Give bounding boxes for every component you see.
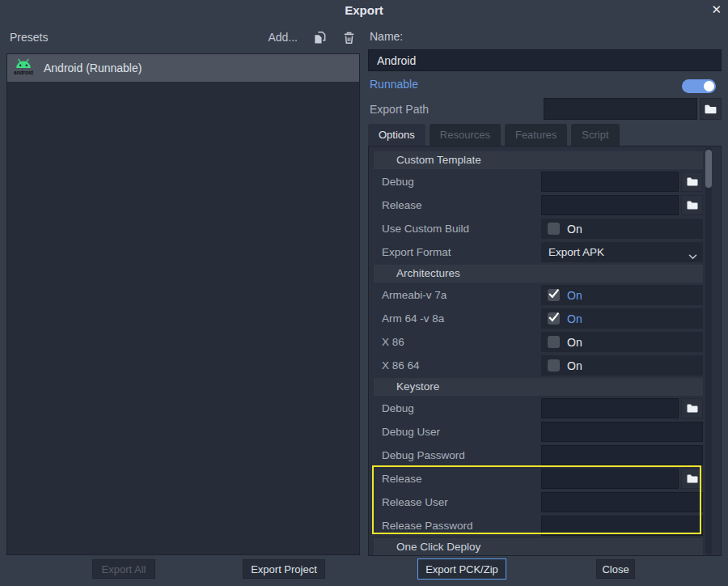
text-input[interactable] — [541, 445, 703, 465]
preset-item-label: Android (Runnable) — [44, 62, 142, 74]
option-row: Export FormatExport APK — [374, 240, 703, 264]
section-header[interactable]: Custom Template — [374, 151, 703, 169]
options-rows: Custom TemplateDebugReleaseUse Custom Bu… — [374, 151, 703, 555]
option-label: Debug User — [374, 426, 541, 438]
close-button[interactable]: Close — [596, 559, 635, 579]
checkbox[interactable] — [548, 289, 560, 301]
text-input[interactable] — [541, 516, 703, 536]
add-preset-button[interactable]: Add... — [268, 31, 298, 44]
option-control: On — [541, 308, 703, 329]
text-input[interactable] — [541, 422, 703, 442]
options-scrollbar[interactable] — [705, 147, 712, 554]
option-label: Arm 64 -v 8a — [374, 312, 541, 325]
option-control: On — [541, 355, 703, 376]
folder-icon — [687, 201, 698, 210]
option-control: On — [541, 219, 703, 239]
folder-button[interactable] — [681, 172, 703, 192]
checkbox-state-label: On — [567, 223, 582, 236]
tab-features[interactable]: Features — [505, 124, 567, 146]
checkmark-icon — [548, 311, 560, 323]
path-input[interactable] — [541, 195, 679, 215]
folder-icon — [687, 404, 698, 413]
option-row: Debug — [374, 170, 703, 193]
preset-icon: android — [11, 55, 36, 82]
option-label: Armeabi-v 7a — [374, 289, 541, 301]
folder-button[interactable] — [681, 195, 703, 215]
presets-header: Presets Add... — [10, 29, 356, 45]
tab-options[interactable]: Options — [368, 124, 425, 146]
name-input[interactable] — [368, 49, 722, 71]
scrollbar-thumb[interactable] — [705, 150, 712, 188]
folder-icon — [687, 177, 698, 186]
export-project-button[interactable]: Export Project — [243, 559, 325, 579]
path-input[interactable] — [541, 469, 679, 489]
presets-list: androidAndroid (Runnable) — [6, 53, 360, 555]
option-label: X 86 64 — [374, 359, 541, 372]
close-icon[interactable]: ✕ — [711, 2, 722, 17]
option-row: Debug Password — [374, 444, 703, 467]
presets-label: Presets — [10, 31, 48, 44]
option-control — [541, 172, 703, 192]
section-header[interactable]: Keystore — [374, 378, 703, 396]
option-control — [541, 195, 703, 215]
option-row: Release — [374, 193, 703, 217]
option-control: On — [541, 285, 703, 305]
option-control: On — [541, 332, 703, 352]
option-label: Debug — [374, 176, 541, 188]
path-input[interactable] — [541, 172, 679, 192]
checkmark-icon — [548, 287, 560, 299]
export-path-label: Export Path — [370, 103, 429, 116]
text-input[interactable] — [541, 492, 703, 512]
runnable-toggle[interactable] — [682, 79, 716, 93]
option-label: X 86 — [374, 336, 541, 348]
option-label: Release Password — [374, 520, 541, 532]
chevron-down-icon — [688, 249, 697, 262]
option-row: Release User — [374, 490, 703, 514]
option-row: Release Password — [374, 514, 703, 537]
export-path-input[interactable] — [544, 98, 697, 120]
option-row: X 86 64On — [374, 354, 703, 377]
android-robot-icon: android — [11, 55, 36, 79]
checkbox-state-label: On — [567, 336, 582, 349]
dropdown[interactable]: Export APK — [541, 242, 703, 262]
preset-item[interactable]: androidAndroid (Runnable) — [7, 54, 359, 82]
option-label: Debug — [374, 402, 541, 414]
dialog-title: Export — [0, 3, 728, 17]
option-label: Release User — [374, 496, 541, 508]
section-header[interactable]: Architectures — [374, 265, 703, 282]
option-label: Export Format — [374, 246, 541, 258]
section-header[interactable]: One Click Deploy — [374, 538, 703, 555]
option-row: Use Custom BuildOn — [374, 217, 703, 240]
checkbox-state-label: On — [567, 289, 582, 302]
runnable-label: Runnable — [370, 78, 418, 91]
option-label: Release — [374, 473, 541, 485]
folder-button[interactable] — [681, 398, 703, 418]
checkbox[interactable] — [548, 336, 560, 348]
option-row: Armeabi-v 7aOn — [374, 283, 703, 307]
option-control — [541, 492, 703, 512]
path-input[interactable] — [541, 398, 679, 418]
option-label: Use Custom Build — [374, 223, 541, 235]
folder-button[interactable] — [681, 469, 703, 489]
export-path-folder-button[interactable] — [700, 98, 722, 120]
toggle-knob — [704, 81, 714, 91]
option-control — [541, 398, 703, 418]
export-pck-zip-button[interactable]: Export PCK/Zip — [417, 558, 506, 580]
export-all-button: Export All — [92, 559, 155, 579]
option-row: X 86On — [374, 330, 703, 354]
checkbox[interactable] — [548, 312, 560, 325]
chevron-down-icon — [688, 254, 697, 260]
duplicate-icon[interactable] — [313, 31, 327, 45]
option-row: Debug User — [374, 420, 703, 444]
option-control — [541, 445, 703, 465]
option-label: Debug Password — [374, 449, 541, 461]
tab-resources[interactable]: Resources — [430, 124, 501, 146]
option-label: Release — [374, 199, 541, 211]
trash-icon[interactable] — [342, 31, 356, 45]
tab-script[interactable]: Script — [571, 124, 619, 146]
checkbox[interactable] — [548, 359, 560, 372]
name-label: Name: — [370, 30, 403, 43]
checkbox[interactable] — [548, 223, 560, 235]
tab-bar: OptionsResourcesFeaturesScript — [368, 124, 620, 146]
folder-icon — [705, 104, 717, 114]
